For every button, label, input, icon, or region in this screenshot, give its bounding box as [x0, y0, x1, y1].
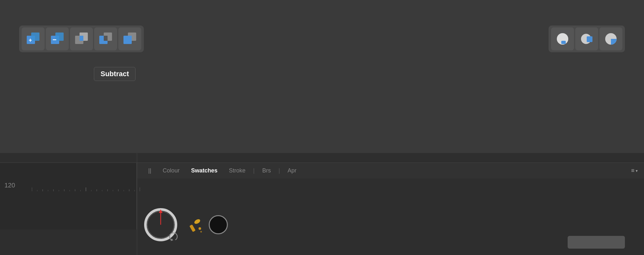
add-boolean-icon: +	[26, 32, 40, 46]
eyedropper-group	[188, 215, 228, 234]
view-ops-toolbar	[549, 26, 625, 52]
svg-point-49	[200, 231, 202, 233]
rotate-hint-icon	[169, 233, 178, 242]
svg-text:−: −	[52, 36, 57, 44]
view3-icon	[604, 32, 618, 46]
eyedropper-icon[interactable]	[188, 215, 204, 234]
svg-rect-46	[189, 224, 196, 232]
tab-bar: || Colour Swatches Stroke | Brs | Apr ≡ …	[0, 163, 644, 178]
fill-color-circle[interactable]	[209, 215, 228, 234]
view1-icon	[556, 32, 570, 46]
boolean-ops-toolbar: + −	[19, 26, 144, 52]
menu-chevron: ▾	[636, 169, 638, 173]
view3-button[interactable]	[599, 27, 622, 50]
svg-point-48	[199, 227, 201, 230]
tab-swatches[interactable]: Swatches	[186, 165, 222, 176]
svg-rect-16	[561, 41, 566, 44]
tab-bar-left-panel	[0, 163, 137, 178]
svg-rect-14	[128, 36, 132, 41]
svg-rect-4	[55, 33, 64, 41]
mask-boolean-icon	[123, 32, 137, 46]
view2-button[interactable]	[575, 27, 598, 50]
subtract-boolean-icon: −	[50, 32, 64, 46]
tab-menu-button[interactable]: ≡ ▾	[631, 167, 638, 174]
intersect-boolean-button[interactable]	[70, 27, 93, 50]
difference-boolean-icon	[99, 32, 113, 46]
pause-symbol: ||	[143, 165, 156, 176]
tab-bar-right: || Colour Swatches Stroke | Brs | Apr ≡ …	[137, 163, 644, 178]
add-boolean-button[interactable]: +	[22, 27, 45, 50]
tab-stroke[interactable]: Stroke	[224, 165, 250, 176]
far-right-panel-button[interactable]	[568, 236, 625, 249]
tooltip-text: Subtract	[101, 70, 129, 78]
svg-text:+: +	[29, 37, 32, 43]
separator-2: |	[277, 167, 281, 174]
color-tools-area	[137, 201, 234, 249]
mask-boolean-button[interactable]	[118, 27, 141, 50]
intersect-boolean-icon	[74, 32, 88, 46]
svg-point-47	[193, 218, 201, 225]
separator-1: |	[252, 167, 256, 174]
svg-rect-18	[587, 36, 592, 42]
tab-apr[interactable]: Apr	[283, 165, 302, 176]
ruler-number: 120	[4, 182, 15, 189]
boolean-ops-group: + −	[19, 26, 144, 52]
svg-rect-8	[80, 36, 83, 41]
view2-icon	[580, 32, 594, 46]
tab-brs[interactable]: Brs	[257, 165, 276, 176]
difference-boolean-button[interactable]	[94, 27, 117, 50]
svg-rect-1	[31, 33, 39, 41]
tab-colour[interactable]: Colour	[158, 165, 185, 176]
subtract-boolean-button[interactable]: −	[46, 27, 69, 50]
ruler-ticks	[32, 182, 140, 191]
view1-button[interactable]	[551, 27, 574, 50]
color-wheel-container[interactable]	[143, 207, 178, 242]
svg-rect-11	[104, 36, 108, 41]
menu-icon: ≡	[631, 167, 634, 174]
subtract-tooltip: Subtract	[94, 67, 136, 81]
